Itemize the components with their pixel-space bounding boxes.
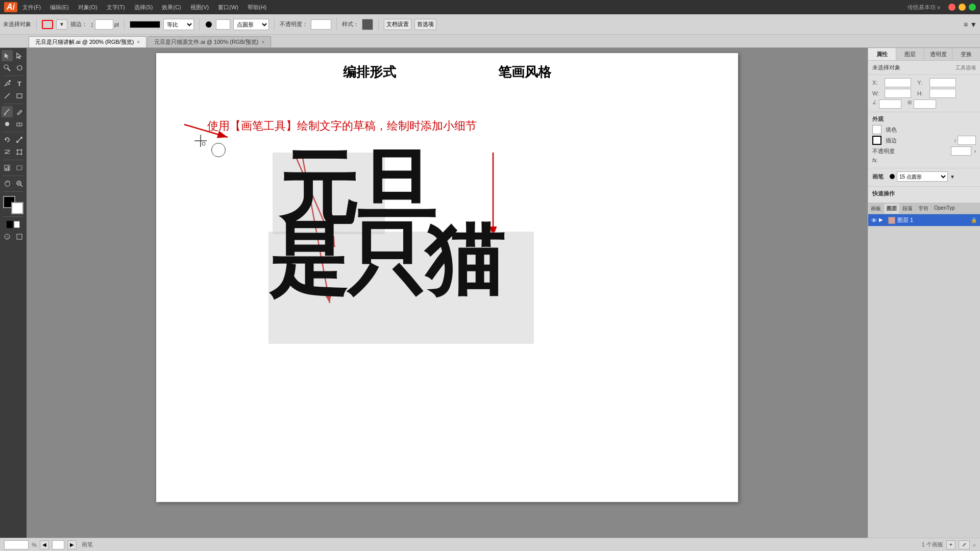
rpanel-fx-row: fx.	[872, 157, 976, 163]
rpanel-h-input[interactable]	[929, 89, 956, 98]
layer-lock-icon[interactable]: 🔒	[971, 217, 977, 223]
tab-1-close[interactable]: ×	[261, 39, 264, 45]
free-transform-tool[interactable]	[14, 146, 25, 158]
expand-btn[interactable]: ▼	[970, 20, 977, 29]
selection-tool[interactable]	[2, 50, 13, 61]
svg-marker-0	[5, 53, 9, 59]
rpanel-tab-transparency[interactable]: 透明度	[924, 48, 952, 60]
rpanel-brush-expand[interactable]: ▼	[950, 174, 955, 180]
menu-view[interactable]: 视图(V)	[189, 4, 210, 11]
rpanel-fill-swatch[interactable]	[872, 125, 881, 134]
rpanel-angle-input[interactable]	[879, 99, 901, 109]
lasso-tool[interactable]	[14, 62, 25, 73]
layer-item-1[interactable]: 👁 ▶ 图层 1 🔒	[868, 214, 980, 227]
zoom-input[interactable]: 200%	[4, 540, 29, 549]
rpanel-shear-input[interactable]	[914, 99, 936, 109]
first-option-btn[interactable]: 首选项	[414, 19, 436, 30]
ltab-paragraph[interactable]: 段落	[900, 204, 916, 214]
artboard-add-btn[interactable]: +	[946, 540, 955, 549]
next-page-btn[interactable]: ▶	[67, 540, 77, 549]
graph-tool[interactable]	[2, 162, 13, 173]
rpanel-opacity-arrow[interactable]: ›	[974, 148, 976, 154]
ltab-boards[interactable]: 画板	[868, 204, 884, 214]
stroke-width-input[interactable]: 1 pt	[95, 19, 113, 30]
layer-triangle[interactable]: ▶	[879, 217, 886, 224]
menu-window[interactable]: 窗口(W)	[217, 4, 239, 11]
zoom-tool[interactable]	[14, 178, 25, 189]
rpanel-stroke-weight-input[interactable]: 1 pt	[958, 136, 976, 145]
zoom-fit-btn[interactable]: ⤢	[959, 540, 970, 549]
canvas-area[interactable]: 编排形式 笔画风格 使用【画笔工具】绘制文字的草稿，绘制时添加小细节	[27, 48, 868, 538]
rpanel-w-input[interactable]	[885, 89, 911, 98]
brush-type-select[interactable]: 点圆形	[233, 19, 269, 30]
tab-1[interactable]: 元旦是只猫源文件.ai @ 100% (RGB/预览) ×	[148, 36, 271, 47]
menu-object[interactable]: 对象(O)	[77, 4, 99, 11]
svg-point-7	[4, 114, 6, 115]
rpanel-opacity-value[interactable]: 100%	[951, 146, 971, 156]
menu-effect[interactable]: 效果(C)	[161, 4, 182, 11]
background-color[interactable]	[11, 202, 23, 214]
rpanel-x-input[interactable]	[885, 78, 911, 87]
window-min-btn[interactable]	[959, 4, 966, 11]
stroke-style-select[interactable]: 等比	[163, 19, 194, 30]
svg-point-14	[21, 149, 22, 151]
tab-0[interactable]: 元旦是只猫讲解.ai @ 200% (RGB/预览) ×	[29, 36, 146, 47]
tabs-bar: 元旦是只猫讲解.ai @ 200% (RGB/预览) × 元旦是只猫源文件.ai…	[0, 35, 980, 48]
mesh-tool[interactable]	[14, 231, 25, 242]
menu-text[interactable]: 文字(T)	[106, 4, 126, 11]
brush-size-input[interactable]: 15	[216, 19, 230, 30]
document-setup-btn[interactable]: 文档设置	[384, 19, 411, 30]
rpanel-selection-label: 未选择对象	[872, 64, 900, 71]
eraser-tool[interactable]	[14, 118, 25, 130]
type-tool[interactable]: T	[14, 78, 25, 89]
ltab-opentype[interactable]: OpenTyp	[932, 204, 958, 214]
rpanel-brush-select[interactable]: 15 点圆形	[897, 171, 948, 182]
menu-help[interactable]: 帮助(H)	[247, 4, 267, 11]
rpanel-y-input[interactable]	[929, 78, 956, 87]
scale-tool[interactable]	[14, 134, 25, 145]
window-close-btn[interactable]	[948, 4, 955, 11]
svg-rect-17	[5, 165, 10, 170]
rpanel-stroke-swatch[interactable]	[872, 136, 881, 145]
panel-toggle-btn[interactable]: ≡	[964, 20, 968, 29]
artboard-tool[interactable]	[14, 162, 25, 173]
screen-mode-btn[interactable]	[4, 219, 23, 230]
blob-brush-tool[interactable]	[2, 118, 13, 130]
hand-tool[interactable]	[2, 178, 13, 189]
layer-eye-icon[interactable]: 👁	[871, 217, 877, 223]
style-preview-btn[interactable]	[362, 19, 373, 30]
menu-file[interactable]: 文件(F)	[21, 4, 42, 11]
stroke-preview[interactable]	[130, 21, 160, 28]
rpanel-tab-transform[interactable]: 变换	[952, 48, 980, 60]
warp-tool[interactable]	[2, 146, 13, 158]
page-input[interactable]: 2	[52, 540, 64, 549]
window-max-btn[interactable]	[969, 4, 976, 11]
symbol-tool[interactable]: ☆	[2, 231, 13, 242]
rect-tool[interactable]	[14, 90, 25, 102]
line-tool[interactable]	[2, 90, 13, 102]
pencil-tool[interactable]	[14, 106, 25, 117]
paintbrush-tool[interactable]	[2, 106, 13, 117]
stroke-type-btn[interactable]: ▼	[56, 19, 67, 30]
artwork-container: 元旦 是只猫	[268, 153, 534, 346]
color-swatches[interactable]	[3, 196, 23, 214]
rpanel-tab-properties[interactable]: 属性	[868, 48, 896, 60]
stroke-width-icon[interactable]: ↕	[90, 20, 94, 29]
stroke-icon-btn[interactable]	[42, 20, 53, 29]
opacity-input[interactable]: 100%	[311, 19, 331, 30]
svg-line-5	[5, 93, 10, 98]
menu-edit[interactable]: 编辑(E)	[49, 4, 70, 11]
menu-select[interactable]: 选择(S)	[133, 4, 154, 11]
ltab-layers[interactable]: 图层	[884, 204, 900, 214]
magic-wand-tool[interactable]	[2, 62, 13, 73]
ltab-character[interactable]: 字符	[916, 204, 932, 214]
rotate-tool[interactable]	[2, 134, 13, 145]
tab-0-close[interactable]: ×	[137, 39, 140, 45]
canvas-content: 编排形式 笔画风格 使用【画笔工具】绘制文字的草稿，绘制时添加小细节	[27, 48, 868, 538]
svg-point-3	[4, 65, 8, 69]
rpanel-tab-layers[interactable]: 图层	[896, 48, 924, 60]
direct-select-tool[interactable]	[14, 50, 25, 61]
tool-row-extra: ☆	[2, 231, 25, 242]
pen-tool[interactable]	[2, 78, 13, 89]
prev-page-btn[interactable]: ◀	[40, 540, 49, 549]
